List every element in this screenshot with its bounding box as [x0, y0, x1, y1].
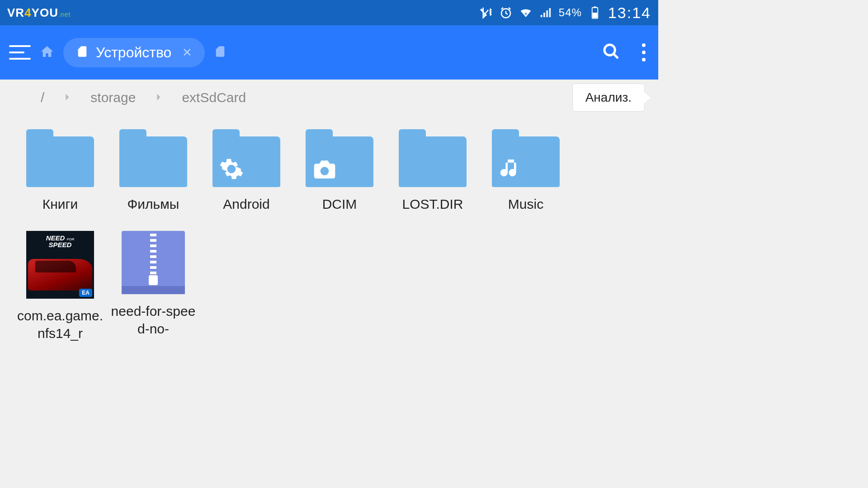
folder-icon	[212, 129, 280, 187]
breadcrumb-root[interactable]: /	[41, 90, 44, 105]
new-tab-sd-icon[interactable]	[214, 45, 226, 60]
tab-label: Устройство	[96, 44, 171, 61]
svg-rect-2	[594, 6, 596, 8]
battery-icon	[588, 6, 602, 19]
file-label: com.ea.game.nfs14_r	[14, 307, 107, 342]
app-thumbnail: NEED FOR SPEED EA	[26, 231, 94, 299]
camera-icon	[312, 156, 337, 182]
folder-dcim[interactable]: DCIM	[293, 129, 386, 213]
nfs-line2: SPEED	[49, 241, 72, 249]
logo-tld: .net	[58, 11, 71, 18]
car-graphic	[28, 259, 92, 291]
vibrate-mute-icon	[479, 6, 493, 19]
home-button[interactable]	[40, 44, 54, 61]
svg-point-4	[604, 45, 615, 55]
analyze-button[interactable]: Анализ.	[572, 84, 645, 112]
folder-books[interactable]: Книги	[14, 129, 107, 213]
breadcrumb-storage[interactable]: storage	[90, 90, 136, 105]
status-bar: VR4YOU.net 54% 13:14	[0, 0, 658, 25]
folder-icon	[26, 129, 94, 187]
zip-archive-icon	[122, 231, 185, 294]
overflow-menu-button[interactable]	[638, 43, 649, 61]
chevron-right-icon	[62, 90, 72, 105]
watermark-logo: VR4YOU.net	[7, 6, 71, 20]
logo-suffix: YOU	[32, 6, 58, 19]
gear-icon	[219, 156, 244, 182]
music-note-icon	[498, 156, 524, 182]
battery-percent: 54%	[559, 6, 582, 19]
file-label: Music	[506, 195, 545, 213]
file-nfs-zip[interactable]: need-for-speed-no-	[107, 231, 200, 342]
status-tray: 54% 13:14	[479, 4, 651, 22]
tab-close-button[interactable]: ✕	[182, 46, 192, 60]
file-label: LOST.DIR	[400, 195, 465, 213]
folder-icon	[119, 129, 187, 187]
tab-device[interactable]: Устройство ✕	[63, 38, 205, 67]
file-label: DCIM	[321, 195, 359, 213]
folder-icon	[306, 129, 373, 187]
alarm-icon	[499, 6, 513, 19]
folder-icon	[399, 129, 467, 187]
search-button[interactable]	[602, 42, 620, 62]
breadcrumb-extsdcard[interactable]: extSdCard	[182, 90, 246, 105]
breadcrumb: / storage extSdCard Анализ.	[0, 80, 658, 116]
svg-rect-3	[593, 13, 597, 18]
clock-time: 13:14	[608, 4, 651, 22]
folder-music[interactable]: Music	[479, 129, 572, 213]
folder-lostdir[interactable]: LOST.DIR	[386, 129, 479, 213]
ea-badge: EA	[79, 289, 92, 297]
folder-android[interactable]: Android	[200, 129, 293, 213]
wifi-icon	[519, 6, 533, 19]
file-label: Фильмы	[126, 195, 181, 213]
file-label: Android	[221, 195, 271, 213]
logo-highlight: 4	[24, 6, 31, 19]
app-bar: Устройство ✕	[0, 25, 658, 80]
file-grid: Книги Фильмы Android DCIM LOST.DIR	[0, 116, 658, 369]
folder-films[interactable]: Фильмы	[107, 129, 200, 213]
file-label: Книги	[41, 195, 80, 213]
file-nfs-app[interactable]: NEED FOR SPEED EA com.ea.game.nfs14_r	[14, 231, 107, 342]
file-label: need-for-speed-no-	[107, 302, 200, 338]
chevron-right-icon	[154, 90, 164, 105]
folder-icon	[492, 129, 560, 187]
sd-card-icon	[76, 45, 89, 60]
menu-button[interactable]	[9, 42, 31, 63]
logo-prefix: VR	[7, 6, 24, 19]
signal-icon	[539, 6, 552, 19]
